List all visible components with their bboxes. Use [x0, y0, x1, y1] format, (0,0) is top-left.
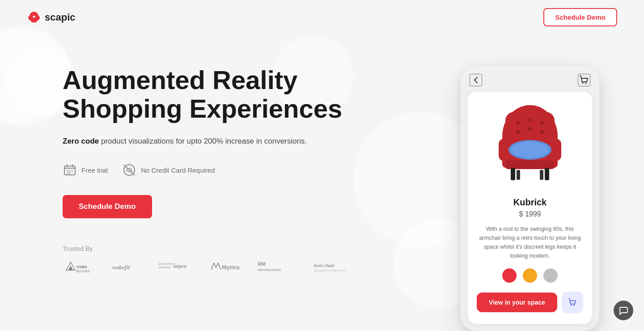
svg-text:bent chair: bent chair: [314, 263, 335, 268]
phone-mockup: Kubrick $ 1999 With a nod to the swingin…: [461, 66, 599, 331]
chat-icon: [619, 306, 628, 315]
svg-rect-38: [545, 168, 549, 180]
svg-text:wipro: wipro: [173, 263, 187, 269]
view-in-space-button[interactable]: View in your space: [477, 293, 557, 312]
product-name: Kubrick: [477, 197, 583, 208]
svg-text:MOTORS: MOTORS: [76, 270, 90, 273]
logo[interactable]: scapic: [27, 10, 76, 25]
color-gray[interactable]: [543, 268, 558, 283]
phone-cart-button[interactable]: [578, 74, 590, 86]
main-content: Augmented Reality Shopping Experiences Z…: [0, 34, 644, 331]
brand-tork-motors: TORK MOTORS: [63, 259, 94, 273]
phone-back-button[interactable]: [470, 74, 482, 86]
free-trial-label: Free trial: [81, 166, 108, 174]
hero-schedule-demo-button[interactable]: Schedule Demo: [63, 195, 152, 218]
svg-point-2: [69, 170, 71, 172]
nav-schedule-demo-button[interactable]: Schedule Demo: [543, 8, 617, 26]
brand-wavemaker: WM WAVEMAKER: [257, 259, 297, 273]
cart-icon: [579, 75, 589, 85]
svg-point-1: [67, 170, 68, 172]
product-description: With a nod to the swinging 60s, this arm…: [477, 225, 583, 260]
product-chair-image: [487, 103, 572, 188]
wakefit-logo: wakefit: [110, 259, 141, 273]
phone-mockup-wrapper: Kubrick $ 1999 With a nod to the swingin…: [461, 66, 599, 331]
svg-text:ENTERPRISE: ENTERPRISE: [158, 263, 175, 265]
svg-text:TORK: TORK: [76, 265, 88, 269]
svg-point-22: [585, 83, 587, 84]
hero-title: Augmented Reality Shopping Experiences: [63, 66, 376, 123]
svg-text:Myntra: Myntra: [222, 264, 240, 271]
svg-point-5: [69, 173, 71, 174]
product-image-area: [477, 101, 583, 190]
wavemaker-logo: WM WAVEMAKER: [257, 259, 297, 273]
calendar-icon: [63, 163, 77, 177]
trusted-label: Trusted By: [63, 245, 376, 252]
product-price: $ 1999: [477, 210, 583, 218]
svg-point-25: [516, 121, 520, 125]
svg-point-4: [67, 173, 68, 174]
no-credit-card-label: No Credit Card Required: [141, 166, 215, 174]
svg-point-35: [511, 142, 549, 158]
color-orange[interactable]: [523, 268, 537, 283]
svg-text:WAVEMAKER: WAVEMAKER: [258, 268, 281, 272]
svg-text:wakefit: wakefit: [112, 264, 130, 271]
brand-bent-chair: bent chair CELEBRATE CREATIVITY: [313, 259, 349, 273]
back-arrow-icon: [471, 76, 480, 85]
svg-point-29: [528, 127, 532, 131]
svg-rect-40: [540, 170, 543, 180]
brand-myntra: Myntra: [209, 259, 241, 273]
svg-text:CELEBRATE CREATIVITY: CELEBRATE CREATIVITY: [314, 269, 347, 272]
chat-widget[interactable]: [614, 301, 633, 320]
trusted-section: Trusted By TORK MOTORS wakefit: [63, 245, 376, 273]
brand-name: scapic: [45, 12, 76, 23]
svg-point-41: [571, 305, 572, 306]
navbar: scapic Schedule Demo: [0, 0, 644, 34]
myntra-logo: Myntra: [209, 259, 241, 273]
svg-point-26: [528, 118, 532, 122]
color-red[interactable]: [502, 268, 517, 283]
tork-motors-logo: TORK MOTORS: [63, 259, 94, 273]
svg-text:WM: WM: [258, 262, 266, 267]
phone-header: [461, 66, 599, 92]
brand-wakefit: wakefit: [110, 259, 141, 273]
cart-small-icon: [568, 298, 577, 307]
svg-point-27: [540, 121, 544, 125]
product-card: Kubrick $ 1999 With a nod to the swingin…: [468, 92, 592, 324]
phone-cta-row: View in your space: [477, 292, 583, 313]
color-options: [477, 268, 583, 283]
svg-point-42: [573, 305, 575, 306]
wipro-logo: ENTERPRISE PARTNER wipro: [157, 259, 193, 273]
svg-text:PARTNER: PARTNER: [158, 266, 171, 269]
svg-rect-39: [517, 170, 520, 180]
svg-point-30: [540, 130, 544, 134]
bent-chair-logo: bent chair CELEBRATE CREATIVITY: [313, 259, 349, 273]
brand-wipro: ENTERPRISE PARTNER wipro: [157, 259, 193, 273]
logo-icon: [27, 10, 41, 25]
svg-point-28: [516, 130, 520, 134]
svg-point-21: [582, 83, 584, 84]
svg-rect-37: [511, 168, 515, 180]
left-panel: Augmented Reality Shopping Experiences Z…: [63, 52, 376, 273]
svg-point-3: [72, 170, 73, 172]
features-row: Free trial No Credit Card Required: [63, 163, 376, 177]
svg-marker-9: [68, 266, 73, 270]
feature-no-credit-card: No Credit Card Required: [122, 163, 215, 177]
feature-free-trial: Free trial: [63, 163, 108, 177]
add-to-cart-button[interactable]: [562, 292, 583, 313]
hero-subtitle: Zero code product visualizations for upt…: [63, 136, 376, 147]
no-credit-card-icon: [122, 163, 136, 177]
brand-logos: TORK MOTORS wakefit ENTERPRISE PARTNER w…: [63, 259, 376, 273]
